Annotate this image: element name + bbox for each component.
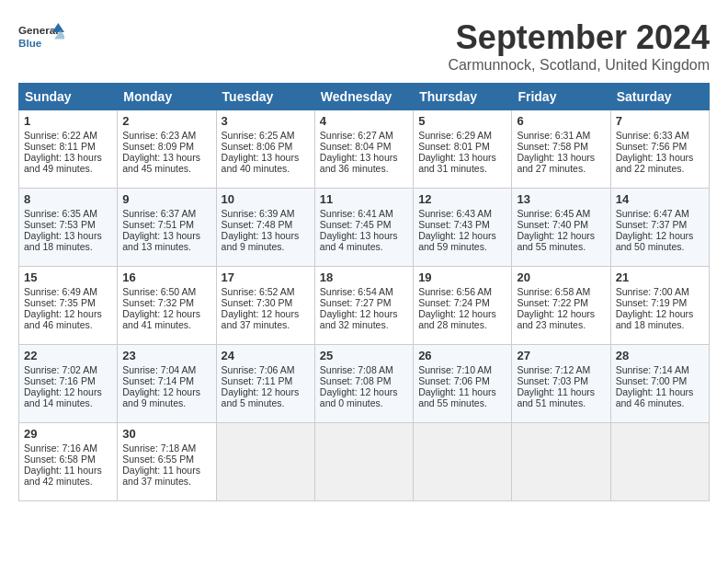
sunset-text: Sunset: 7:14 PM [122, 375, 194, 386]
sunrise-text: Sunrise: 7:08 AM [320, 364, 393, 375]
sunrise-text: Sunrise: 6:50 AM [122, 286, 196, 297]
col-thursday: Thursday [414, 84, 512, 110]
daylight-text: Daylight: 12 hoursand 59 minutes. [418, 230, 496, 252]
table-row: 17 Sunrise: 6:52 AM Sunset: 7:30 PM Dayl… [216, 267, 314, 345]
table-row: 10 Sunrise: 6:39 AM Sunset: 7:48 PM Dayl… [216, 189, 314, 267]
calendar-week-row: 29 Sunrise: 7:16 AM Sunset: 6:58 PM Dayl… [19, 423, 710, 501]
day-number: 9 [122, 192, 210, 206]
day-number: 6 [517, 114, 605, 128]
sunrise-text: Sunrise: 6:31 AM [517, 130, 590, 141]
sunrise-text: Sunrise: 6:52 AM [222, 286, 295, 297]
sunset-text: Sunset: 7:53 PM [24, 219, 96, 230]
sunrise-text: Sunrise: 6:29 AM [418, 130, 492, 141]
sunset-text: Sunset: 7:48 PM [222, 219, 293, 230]
sunset-text: Sunset: 7:37 PM [616, 219, 688, 230]
calendar-header-row: Sunday Monday Tuesday Wednesday Thursday… [19, 84, 710, 110]
sunrise-text: Sunrise: 6:22 AM [24, 130, 97, 141]
day-number: 15 [24, 270, 112, 284]
table-row: 12 Sunrise: 6:43 AM Sunset: 7:43 PM Dayl… [414, 189, 512, 267]
sunset-text: Sunset: 7:27 PM [320, 297, 392, 308]
sunrise-text: Sunrise: 7:06 AM [222, 364, 295, 375]
day-number: 14 [616, 192, 704, 206]
table-row: 6 Sunrise: 6:31 AM Sunset: 7:58 PM Dayli… [512, 110, 610, 189]
sunset-text: Sunset: 7:30 PM [222, 297, 293, 308]
sunrise-text: Sunrise: 6:39 AM [222, 208, 295, 219]
page-header: General Blue September 2024 Carmunnock, … [18, 18, 710, 74]
table-row: 16 Sunrise: 6:50 AM Sunset: 7:32 PM Dayl… [118, 267, 216, 345]
daylight-text: Daylight: 13 hoursand 18 minutes. [24, 230, 102, 252]
table-row [216, 423, 314, 501]
table-row: 3 Sunrise: 6:25 AM Sunset: 8:06 PM Dayli… [216, 110, 314, 189]
table-row: 24 Sunrise: 7:06 AM Sunset: 7:11 PM Dayl… [216, 345, 314, 423]
day-number: 10 [222, 192, 310, 206]
sunrise-text: Sunrise: 6:25 AM [222, 130, 295, 141]
table-row: 8 Sunrise: 6:35 AM Sunset: 7:53 PM Dayli… [19, 189, 118, 267]
table-row: 29 Sunrise: 7:16 AM Sunset: 6:58 PM Dayl… [19, 423, 118, 501]
col-tuesday: Tuesday [216, 84, 314, 110]
daylight-text: Daylight: 12 hoursand 55 minutes. [517, 230, 595, 252]
table-row: 9 Sunrise: 6:37 AM Sunset: 7:51 PM Dayli… [118, 189, 216, 267]
sunset-text: Sunset: 7:51 PM [122, 219, 194, 230]
table-row: 19 Sunrise: 6:56 AM Sunset: 7:24 PM Dayl… [414, 267, 512, 345]
daylight-text: Daylight: 11 hoursand 37 minutes. [122, 465, 200, 487]
day-number: 22 [24, 349, 112, 362]
svg-text:General: General [18, 25, 58, 37]
sunrise-text: Sunrise: 7:10 AM [418, 364, 492, 375]
sunset-text: Sunset: 7:43 PM [418, 219, 490, 230]
table-row [314, 423, 413, 501]
sunrise-text: Sunrise: 6:37 AM [122, 208, 196, 219]
daylight-text: Daylight: 12 hoursand 46 minutes. [24, 308, 102, 330]
day-number: 30 [122, 427, 210, 441]
daylight-text: Daylight: 13 hoursand 9 minutes. [222, 230, 300, 252]
col-saturday: Saturday [610, 84, 709, 110]
table-row: 4 Sunrise: 6:27 AM Sunset: 8:04 PM Dayli… [314, 110, 413, 189]
day-number: 16 [122, 270, 210, 284]
daylight-text: Daylight: 13 hoursand 40 minutes. [222, 152, 300, 174]
day-number: 28 [616, 349, 704, 362]
daylight-text: Daylight: 11 hoursand 55 minutes. [418, 386, 496, 408]
sunset-text: Sunset: 7:22 PM [517, 297, 588, 308]
sunrise-text: Sunrise: 7:00 AM [616, 286, 689, 297]
calendar-week-row: 15 Sunrise: 6:49 AM Sunset: 7:35 PM Dayl… [19, 267, 710, 345]
table-row: 26 Sunrise: 7:10 AM Sunset: 7:06 PM Dayl… [414, 345, 512, 423]
daylight-text: Daylight: 12 hoursand 9 minutes. [122, 386, 200, 408]
calendar-week-row: 8 Sunrise: 6:35 AM Sunset: 7:53 PM Dayli… [19, 189, 710, 267]
calendar-table: Sunday Monday Tuesday Wednesday Thursday… [18, 83, 710, 501]
sunrise-text: Sunrise: 7:16 AM [24, 442, 97, 454]
day-number: 13 [517, 192, 605, 206]
day-number: 5 [418, 114, 506, 128]
day-number: 11 [320, 192, 408, 206]
col-wednesday: Wednesday [314, 84, 413, 110]
calendar-title: September 2024 [448, 18, 710, 57]
sunset-text: Sunset: 7:35 PM [24, 297, 96, 308]
sunrise-text: Sunrise: 6:23 AM [122, 130, 196, 141]
day-number: 25 [320, 349, 408, 362]
day-number: 24 [222, 349, 310, 362]
sunrise-text: Sunrise: 6:54 AM [320, 286, 393, 297]
daylight-text: Daylight: 13 hoursand 31 minutes. [418, 152, 496, 174]
table-row: 1 Sunrise: 6:22 AM Sunset: 8:11 PM Dayli… [19, 110, 118, 189]
table-row: 30 Sunrise: 7:18 AM Sunset: 6:55 PM Dayl… [118, 423, 216, 501]
table-row: 27 Sunrise: 7:12 AM Sunset: 7:03 PM Dayl… [512, 345, 610, 423]
sunrise-text: Sunrise: 6:41 AM [320, 208, 393, 219]
table-row: 23 Sunrise: 7:04 AM Sunset: 7:14 PM Dayl… [118, 345, 216, 423]
daylight-text: Daylight: 12 hoursand 37 minutes. [222, 308, 300, 330]
col-sunday: Sunday [19, 84, 118, 110]
daylight-text: Daylight: 12 hoursand 18 minutes. [616, 308, 694, 330]
sunrise-text: Sunrise: 6:58 AM [517, 286, 590, 297]
table-row: 15 Sunrise: 6:49 AM Sunset: 7:35 PM Dayl… [19, 267, 118, 345]
table-row [610, 423, 709, 501]
sunrise-text: Sunrise: 6:33 AM [616, 130, 689, 141]
sunset-text: Sunset: 7:00 PM [616, 375, 688, 386]
table-row: 28 Sunrise: 7:14 AM Sunset: 7:00 PM Dayl… [610, 345, 709, 423]
table-row: 14 Sunrise: 6:47 AM Sunset: 7:37 PM Dayl… [610, 189, 709, 267]
table-row: 20 Sunrise: 6:58 AM Sunset: 7:22 PM Dayl… [512, 267, 610, 345]
sunrise-text: Sunrise: 7:12 AM [517, 364, 590, 375]
daylight-text: Daylight: 12 hoursand 0 minutes. [320, 386, 398, 408]
sunset-text: Sunset: 7:08 PM [320, 375, 392, 386]
calendar-subtitle: Carmunnock, Scotland, United Kingdom [448, 57, 710, 74]
sunset-text: Sunset: 8:09 PM [122, 141, 194, 152]
day-number: 29 [24, 427, 112, 441]
daylight-text: Daylight: 13 hoursand 22 minutes. [616, 152, 694, 174]
day-number: 3 [222, 114, 310, 128]
